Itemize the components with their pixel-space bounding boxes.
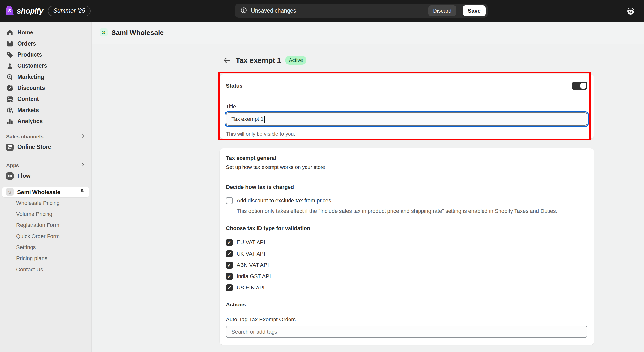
tax-exempt-general-card: Tax exempt general Set up how tax exempt… — [220, 148, 594, 345]
sidebar-item-label: Discounts — [18, 85, 45, 91]
sidebar-item-label: Flow — [18, 172, 30, 179]
marketing-icon — [6, 73, 14, 81]
sidebar-subitem-wholesale-pricing[interactable]: Wholesale Pricing — [0, 198, 91, 208]
content-icon — [6, 96, 14, 103]
sidebar-subitem-quick-order-form[interactable]: Quick Order Form — [0, 231, 91, 242]
sidebar-subitem-settings[interactable]: Settings — [0, 242, 91, 253]
online-store-icon — [6, 144, 14, 151]
sidebar-item-label: Analytics — [18, 118, 42, 124]
chevron-right-icon — [80, 133, 86, 140]
checkbox-label: US EIN API — [236, 284, 265, 291]
subitem-label: Pricing plans — [16, 255, 47, 262]
subitem-label: Registration Form — [16, 222, 59, 228]
sidebar-item-content[interactable]: Content — [0, 94, 91, 104]
save-button[interactable]: Save — [463, 6, 486, 16]
checkbox-checked[interactable] — [226, 250, 233, 257]
sidebar-item-sami-wholesale[interactable]: S Sami Wholesale — [2, 187, 89, 198]
subitem-label: Volume Pricing — [16, 211, 52, 217]
checkbox-unchecked[interactable] — [226, 197, 233, 204]
sidebar-item-label: Products — [18, 52, 42, 58]
tags-input[interactable] — [226, 326, 588, 338]
status-title-card: Status Title Tax exempt 1 This will only… — [220, 74, 594, 138]
back-button[interactable] — [222, 56, 232, 65]
checkbox-checked[interactable] — [226, 239, 233, 246]
user-avatar[interactable] — [627, 7, 635, 15]
toggle-knob — [580, 83, 586, 88]
page-head: Tax exempt 1 Active — [220, 55, 594, 66]
tax-id-option-row[interactable]: EU VAT API — [226, 239, 588, 246]
products-icon — [6, 51, 14, 58]
section-label: Sales channels — [6, 134, 44, 140]
title-input[interactable]: Tax exempt 1 — [226, 112, 588, 126]
sidebar-subitem-volume-pricing[interactable]: Volume Pricing — [0, 208, 91, 220]
discount-checkbox-row[interactable]: Add discount to exclude tax from prices — [226, 197, 588, 204]
checkbox-checked[interactable] — [226, 284, 233, 291]
text-cursor — [264, 116, 265, 122]
checkbox-label: UK VAT API — [236, 250, 265, 257]
home-icon — [6, 29, 14, 36]
actions-section-heading: Actions — [226, 302, 588, 308]
sidebar-item-label: Marketing — [18, 74, 44, 80]
status-label: Status — [226, 83, 242, 89]
title-field-label: Title — [226, 104, 588, 110]
sidebar-subitem-pricing-plans[interactable]: Pricing plans — [0, 253, 91, 264]
sidebar-item-home[interactable]: Home — [0, 27, 91, 38]
sidebar-item-customers[interactable]: Customers — [0, 60, 91, 72]
sidebar-item-flow[interactable]: Flow — [0, 170, 91, 182]
status-toggle[interactable] — [572, 82, 588, 90]
sami-wholesale-app-icon: S — [6, 188, 14, 197]
sidebar-section-sales-channels[interactable]: Sales channels — [0, 132, 91, 142]
tax-id-option-row[interactable]: ABN VAT API — [226, 262, 588, 268]
checkbox-label: Add discount to exclude tax from prices — [236, 198, 331, 204]
card-title: Tax exempt general — [226, 155, 588, 161]
annotated-section: Status Title Tax exempt 1 This will only… — [220, 74, 594, 138]
tax-id-option-row[interactable]: US EIN API — [226, 284, 588, 291]
svg-text:S: S — [8, 189, 11, 194]
status-row: Status — [226, 82, 588, 90]
app-header-title: Sami Wholesale — [111, 29, 164, 37]
sami-wholesale-app-icon: S — [100, 28, 108, 37]
subitem-label: Settings — [16, 244, 36, 250]
checkbox-checked[interactable] — [226, 273, 233, 280]
status-badge: Active — [285, 56, 306, 65]
version-badge: Summer ’25 — [48, 6, 90, 16]
sidebar-item-markets[interactable]: $ Markets — [0, 104, 91, 116]
sidebar-item-label: Content — [18, 96, 39, 102]
shopify-wordmark: shopify — [17, 6, 43, 16]
sidebar-item-analytics[interactable]: Analytics — [0, 116, 91, 127]
sidebar-section-apps[interactable]: Apps — [0, 160, 91, 170]
charge-note: This option only takes effect if the “In… — [236, 208, 588, 214]
sidebar-item-discounts[interactable]: Discounts — [0, 82, 91, 94]
sidebar-subitem-contact-us[interactable]: Contact Us — [0, 264, 91, 275]
sidebar-item-label: Sami Wholesale — [17, 189, 75, 196]
svg-text:$: $ — [11, 110, 12, 113]
shopify-logo[interactable]: S shopify Summer ’25 — [6, 6, 90, 16]
topbar: S shopify Summer ’25 Unsaved changes Dis… — [0, 0, 644, 22]
card-divider — [220, 176, 594, 176]
tax-id-option-row[interactable]: UK VAT API — [226, 250, 588, 257]
sidebar-item-label: Home — [18, 29, 33, 36]
subitem-label: Quick Order Form — [16, 233, 60, 240]
sidebar: Home Orders Products Customers Marketing — [0, 22, 92, 352]
page-content: Tax exempt 1 Active Status Title — [92, 44, 644, 352]
flow-icon — [6, 172, 14, 180]
svg-text:S: S — [8, 8, 11, 13]
shopify-bag-icon: S — [6, 6, 14, 16]
tax-id-option-row[interactable]: India GST API — [226, 273, 588, 280]
tax-id-section-heading: Choose tax ID type for validation — [226, 225, 588, 232]
discard-button[interactable]: Discard — [428, 6, 456, 16]
title-input-value: Tax exempt 1 — [232, 116, 264, 122]
checkbox-label: EU VAT API — [236, 239, 265, 246]
pin-icon[interactable] — [79, 188, 86, 196]
page-title: Tax exempt 1 — [236, 56, 281, 64]
sidebar-subitem-registration-form[interactable]: Registration Form — [0, 220, 91, 231]
checkbox-checked[interactable] — [226, 262, 233, 268]
checkbox-label: ABN VAT API — [236, 262, 269, 268]
checkbox-label: India GST API — [236, 273, 271, 280]
sidebar-item-marketing[interactable]: Marketing — [0, 72, 91, 82]
sidebar-item-products[interactable]: Products — [0, 49, 91, 60]
card-subtitle: Set up how tax exempt works on your stor… — [226, 164, 588, 170]
sidebar-item-orders[interactable]: Orders — [0, 38, 91, 49]
discounts-icon — [6, 84, 14, 92]
sidebar-item-online-store[interactable]: Online Store — [0, 142, 91, 152]
